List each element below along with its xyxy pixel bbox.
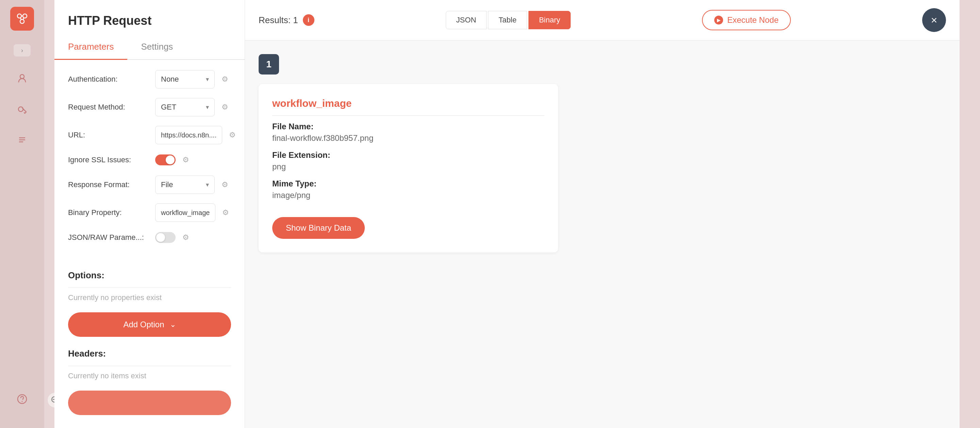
response-format-select[interactable]: File ▾ — [155, 175, 215, 194]
sidebar: › — [0, 0, 44, 428]
right-header: Results: 1 i JSON Table Binary ▶ Execute… — [245, 0, 959, 40]
close-icon: × — [931, 14, 937, 27]
request-method-arrow: ▾ — [206, 103, 209, 111]
binary-card-title: workflow_image — [272, 98, 544, 116]
results-label: Results: 1 — [259, 15, 298, 25]
form-content: Authentication: None ▾ ⚙ Request Method:… — [54, 60, 245, 263]
add-option-button[interactable]: Add Option ⌄ — [68, 312, 231, 337]
binary-property-gear[interactable]: ⚙ — [220, 207, 232, 219]
headers-title: Headers: — [68, 348, 231, 359]
file-extension-label: File Extension: — [272, 150, 544, 160]
mime-type-field: Mime Type: image/png — [272, 179, 544, 200]
request-method-gear[interactable]: ⚙ — [219, 101, 231, 113]
sidebar-icon-list[interactable] — [14, 131, 30, 148]
options-empty: Currently no properties exist — [54, 288, 245, 307]
authentication-arrow: ▾ — [206, 76, 209, 83]
svg-point-6 — [20, 75, 24, 79]
view-tabs: JSON Table Binary — [446, 11, 571, 29]
json-raw-label: JSON/RAW Parame...: — [68, 233, 150, 242]
info-icon[interactable]: i — [303, 14, 314, 26]
response-format-gear[interactable]: ⚙ — [219, 178, 231, 191]
execute-node-button[interactable]: ▶ Execute Node — [702, 10, 791, 30]
json-raw-toggle[interactable] — [155, 232, 176, 243]
options-title: Options: — [68, 270, 231, 281]
headers-empty: Currently no items exist — [54, 366, 245, 386]
tab-table[interactable]: Table — [488, 11, 527, 29]
file-extension-value: png — [272, 162, 544, 172]
sidebar-icon-users[interactable] — [14, 70, 30, 87]
request-method-control: GET ▾ ⚙ — [155, 98, 231, 116]
results-info: Results: 1 i — [259, 14, 314, 26]
form-row-response-format: Response Format: File ▾ ⚙ — [68, 175, 231, 194]
form-row-authentication: Authentication: None ▾ ⚙ — [68, 70, 231, 89]
url-label: URL: — [68, 130, 150, 140]
tab-json[interactable]: JSON — [446, 11, 487, 29]
left-panel: HTTP Request Parameters Settings Authent… — [54, 0, 245, 428]
sidebar-collapse-button[interactable]: › — [14, 44, 30, 56]
authentication-label: Authentication: — [68, 75, 150, 84]
response-format-arrow: ▾ — [206, 181, 209, 188]
file-name-label: File Name: — [272, 122, 544, 131]
binary-property-input[interactable]: workflow_image — [155, 204, 215, 222]
close-button[interactable]: × — [922, 8, 946, 32]
svg-point-7 — [18, 107, 23, 111]
authentication-control: None ▾ ⚙ — [155, 70, 231, 89]
ignore-ssl-label: Ignore SSL Issues: — [68, 156, 150, 164]
binary-card: workflow_image File Name: final-workflow… — [259, 84, 558, 253]
authentication-gear[interactable]: ⚙ — [219, 73, 231, 85]
form-row-binary-property: Binary Property: workflow_image ⚙ — [68, 204, 231, 222]
add-option-label: Add Option — [123, 320, 164, 329]
item-badge: 1 — [259, 54, 279, 75]
play-icon: ▶ — [714, 16, 723, 24]
url-input[interactable]: https://docs.n8n.... — [155, 126, 222, 144]
right-panel: Results: 1 i JSON Table Binary ▶ Execute… — [245, 0, 959, 428]
file-name-field: File Name: final-workflow.f380b957.png — [272, 122, 544, 143]
mime-type-value: image/png — [272, 191, 544, 200]
modal: HTTP Request Parameters Settings Authent… — [54, 0, 959, 428]
json-raw-gear[interactable]: ⚙ — [180, 231, 192, 243]
response-format-control: File ▾ ⚙ — [155, 175, 231, 194]
sidebar-icon-key[interactable] — [14, 101, 30, 118]
svg-point-12 — [22, 401, 23, 402]
svg-line-5 — [23, 18, 24, 20]
headers-section-header: Headers: — [54, 342, 245, 366]
request-method-select[interactable]: GET ▾ — [155, 98, 215, 116]
tab-binary[interactable]: Binary — [528, 11, 571, 29]
binary-property-label: Binary Property: — [68, 208, 150, 217]
url-control: https://docs.n8n.... ⚙ — [155, 126, 239, 144]
svg-point-0 — [18, 14, 21, 18]
form-row-request-method: Request Method: GET ▾ ⚙ — [68, 98, 231, 116]
add-option-chevron-icon: ⌄ — [170, 320, 176, 329]
panel-tabs: Parameters Settings — [54, 35, 245, 60]
authentication-select[interactable]: None ▾ — [155, 70, 215, 89]
modal-title: HTTP Request — [68, 14, 151, 27]
url-gear[interactable]: ⚙ — [226, 129, 239, 141]
add-item-button[interactable] — [68, 391, 231, 415]
tab-parameters[interactable]: Parameters — [54, 35, 127, 60]
app-logo[interactable] — [10, 7, 34, 30]
form-row-url: URL: https://docs.n8n.... ⚙ — [68, 126, 231, 144]
ignore-ssl-gear[interactable]: ⚙ — [180, 154, 192, 166]
options-section-header: Options: — [54, 263, 245, 288]
show-binary-button[interactable]: Show Binary Data — [272, 217, 365, 239]
svg-point-2 — [20, 19, 24, 24]
modal-header: HTTP Request — [54, 0, 245, 35]
form-row-json-raw: JSON/RAW Parame...: ⚙ — [68, 231, 231, 243]
sidebar-icon-question[interactable] — [14, 391, 30, 407]
svg-line-4 — [20, 18, 21, 20]
sidebar-bottom — [0, 391, 44, 407]
json-raw-control: ⚙ — [155, 231, 231, 243]
json-raw-toggle-knob — [156, 233, 165, 242]
form-row-ignore-ssl: Ignore SSL Issues: ⚙ — [68, 154, 231, 166]
mime-type-label: Mime Type: — [272, 179, 544, 188]
response-format-label: Response Format: — [68, 180, 150, 189]
tab-settings[interactable]: Settings — [127, 35, 186, 60]
right-content: 1 workflow_image File Name: final-workfl… — [245, 40, 959, 428]
svg-point-1 — [23, 14, 27, 18]
toggle-knob — [166, 156, 175, 164]
file-name-value: final-workflow.f380b957.png — [272, 134, 544, 143]
execute-label: Execute Node — [727, 15, 778, 25]
ignore-ssl-toggle[interactable] — [155, 154, 176, 165]
ignore-ssl-control: ⚙ — [155, 154, 231, 166]
binary-property-control: workflow_image ⚙ — [155, 204, 232, 222]
